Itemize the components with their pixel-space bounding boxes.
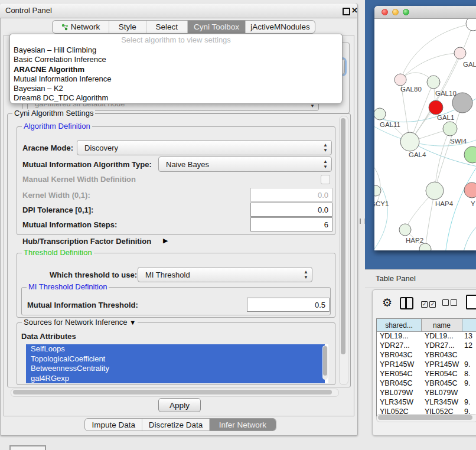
table-row[interactable]: YER054C YER054C 8. — [377, 370, 476, 379]
column-header-clipped[interactable] — [462, 319, 476, 331]
algorithm-option[interactable]: Dream8 DC_TDC Algorithm — [10, 93, 342, 103]
network-window-titlebar[interactable] — [374, 6, 476, 19]
algorithm-option-selected[interactable]: ARACNE Algorithm — [10, 65, 342, 74]
table-horizontal-scrollbar[interactable] — [376, 414, 476, 422]
mi-steps-field[interactable]: 6 — [250, 217, 332, 231]
kernel-width-field[interactable]: 0.0 — [250, 188, 332, 202]
table-row[interactable]: YBL079W YBL079W — [377, 389, 476, 398]
settings-vertical-scrollbar[interactable] — [339, 116, 348, 385]
tab-label: Style — [119, 22, 136, 31]
network-node-gal4[interactable] — [400, 132, 419, 151]
network-canvas[interactable]: GAL GAL80 GAL10 GAL1 GAL11 SWI4 GAL4 GCY… — [374, 19, 476, 250]
network-node-hap2[interactable] — [399, 224, 411, 236]
column-header-name[interactable]: name — [422, 319, 462, 331]
collapsed-panel-stub[interactable] — [9, 445, 46, 450]
tab-select[interactable]: Select — [146, 21, 187, 33]
group-title: MI Threshold Definition — [27, 282, 109, 291]
collapse-triangle-icon[interactable]: ▼ — [129, 319, 136, 326]
close-window-icon[interactable]: ✕ — [351, 6, 358, 15]
attribute-item-selected[interactable]: BetweennessCentrality — [26, 364, 325, 374]
network-node-swi4[interactable] — [464, 146, 476, 163]
node-label: HAP2 — [406, 237, 423, 244]
sources-title: Sources for Network Inference — [24, 318, 128, 327]
cell: YER054C — [422, 370, 462, 379]
show-checked-columns-icon[interactable]: ✓✓ — [421, 299, 438, 308]
scrollbar-thumb[interactable] — [13, 390, 332, 394]
group-title: Algorithm Definition — [22, 122, 92, 131]
kernel-width-label: Kernel Width (0,1): — [22, 191, 90, 200]
network-node-gal80[interactable] — [395, 74, 406, 86]
table-row[interactable]: YDR27... YDR27... 12 — [377, 341, 476, 351]
float-window-icon[interactable] — [343, 8, 350, 15]
algorithm-option[interactable]: Bayesian – K2 — [10, 84, 342, 93]
zoom-traffic-light-icon[interactable] — [403, 9, 409, 15]
network-node[interactable] — [454, 47, 466, 59]
algorithm-option[interactable]: Mutual Information Inference — [10, 74, 342, 84]
apply-button[interactable]: Apply — [158, 398, 201, 412]
tab-discretize-data[interactable]: Discretize Data — [142, 419, 208, 431]
algorithm-option[interactable]: Basic Correlation Inference — [10, 55, 342, 64]
table-row[interactable]: YBR045C YBR045C 9. — [377, 379, 476, 389]
combo-arrows-icon: ▲▼ — [323, 159, 328, 169]
network-node[interactable] — [443, 122, 457, 136]
mi-type-combo[interactable]: Naive Bayes ▲▼ — [158, 156, 332, 172]
data-attributes-list[interactable]: SelfLoops TopologicalCoefficient Between… — [26, 344, 328, 383]
hub-definition-label: Hub/Transcription Factor Definition — [22, 237, 151, 246]
network-graph: GAL GAL80 GAL10 GAL1 GAL11 SWI4 GAL4 GCY… — [374, 19, 476, 250]
aracne-mode-combo[interactable]: Discovery ▲▼ — [77, 140, 332, 155]
settings-horizontal-scrollbar[interactable] — [11, 389, 339, 397]
gear-icon[interactable]: ⚙ — [382, 296, 392, 309]
network-node-hap4[interactable] — [426, 182, 444, 200]
network-node-gal1-selected[interactable] — [429, 100, 443, 115]
network-node-gal10[interactable] — [427, 76, 440, 89]
cell: YDR27... — [422, 341, 462, 351]
combo-arrows-icon: ▲▼ — [304, 269, 308, 280]
algorithm-option[interactable]: Bayesian – Hill Climbing — [10, 45, 342, 55]
node-label: GAL — [463, 61, 476, 68]
tab-style[interactable]: Style — [109, 21, 145, 33]
columns-icon[interactable] — [400, 297, 413, 309]
cell — [462, 351, 476, 360]
attributes-scrollbar[interactable] — [322, 345, 328, 380]
network-node-labels: GAL GAL80 GAL10 GAL1 GAL11 SWI4 GAL4 GCY… — [374, 61, 476, 244]
manual-kernel-checkbox[interactable] — [321, 175, 330, 184]
table-row[interactable]: YPR145W YPR145W 9. — [377, 360, 476, 370]
network-node[interactable] — [419, 243, 431, 250]
document-icon[interactable] — [466, 295, 476, 309]
network-node-gcy1[interactable] — [374, 185, 381, 196]
close-traffic-light-icon[interactable] — [382, 9, 388, 15]
tab-jactivemnodules[interactable]: jActiveMNodules — [245, 21, 315, 33]
which-threshold-combo[interactable]: MI Threshold ▲▼ — [138, 267, 312, 282]
table-panel-titlebar[interactable]: Table Panel — [365, 269, 476, 288]
network-node-gal11[interactable] — [374, 108, 386, 120]
network-node[interactable] — [466, 19, 476, 31]
table-header-row: shared... name — [377, 319, 476, 332]
mi-steps-label: Mutual Information Steps: — [22, 220, 117, 229]
which-threshold-value: MI Threshold — [145, 270, 190, 279]
cell: 9. — [462, 379, 476, 389]
column-header-shared-name[interactable]: shared... — [377, 319, 422, 331]
table-row[interactable]: YBR043C YBR043C — [377, 351, 476, 360]
minimize-traffic-light-icon[interactable] — [392, 9, 399, 15]
tab-cyni-toolbox[interactable]: Cyni Toolbox — [187, 21, 245, 33]
mi-threshold-field[interactable]: 0.5 — [247, 298, 330, 312]
tab-label: Cyni Toolbox — [194, 22, 239, 31]
cell — [462, 389, 476, 398]
scrollbar-thumb[interactable] — [341, 118, 345, 354]
table-row[interactable]: YLR345W YLR345W 9. — [377, 398, 476, 407]
dpi-tolerance-field[interactable]: 0.0 — [250, 203, 332, 217]
attribute-item-selected[interactable]: TopologicalCoefficient — [26, 354, 325, 364]
tab-network[interactable]: Network — [53, 21, 109, 33]
expand-triangle-icon[interactable]: ▶ — [163, 237, 168, 244]
attribute-item-selected[interactable]: gal4RGexp — [26, 374, 325, 384]
hide-columns-icon[interactable] — [442, 299, 459, 308]
control-panel-titlebar[interactable]: Control Panel ✕ — [0, 4, 357, 18]
tab-impute-data[interactable]: Impute Data — [85, 419, 142, 431]
scrollbar-thumb[interactable] — [378, 415, 472, 420]
table-row[interactable]: YDL19... YDL19... 13 — [377, 332, 476, 341]
aracne-mode-label: Aracne Mode: — [22, 144, 73, 152]
attribute-item-selected[interactable]: SelfLoops — [26, 344, 325, 354]
tab-infer-network[interactable]: Infer Network — [209, 419, 276, 431]
group-title: Sources for Network Inference ▼ — [22, 318, 138, 327]
node-label: GCY1 — [374, 200, 389, 207]
